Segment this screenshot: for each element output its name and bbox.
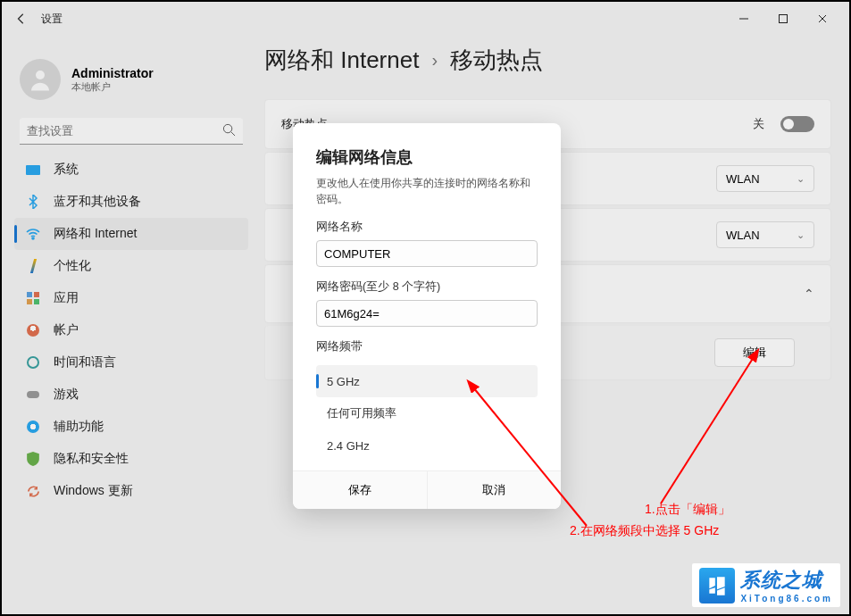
nav-accessibility[interactable]: 辅助功能 bbox=[14, 411, 248, 443]
svg-rect-1 bbox=[780, 15, 788, 23]
select-value: WLAN bbox=[726, 229, 760, 242]
svg-point-5 bbox=[32, 237, 34, 239]
wifi-icon bbox=[25, 226, 41, 242]
edit-button[interactable]: 编辑 bbox=[714, 338, 795, 367]
search-box[interactable] bbox=[20, 118, 243, 145]
user-name: Administrator bbox=[71, 66, 154, 80]
cancel-button[interactable]: 取消 bbox=[428, 471, 562, 509]
user-account-block[interactable]: Administrator 本地帐户 bbox=[14, 52, 248, 107]
nav-label: 系统 bbox=[54, 162, 79, 178]
card-label bbox=[281, 172, 285, 186]
network-name-input[interactable] bbox=[316, 240, 538, 267]
nav-bluetooth[interactable]: 蓝牙和其他设备 bbox=[14, 186, 248, 218]
nav-personalization[interactable]: 个性化 bbox=[14, 250, 248, 282]
bluetooth-icon bbox=[25, 194, 41, 210]
nav-label: 网络和 Internet bbox=[54, 226, 137, 242]
hotspot-toggle[interactable] bbox=[780, 116, 814, 132]
chevron-down-icon: ⌄ bbox=[797, 229, 805, 241]
breadcrumb: 网络和 Internet › 移动热点 bbox=[264, 45, 831, 76]
watermark-url: XiTong86.com bbox=[740, 594, 833, 604]
nav-label: 辅助功能 bbox=[54, 419, 104, 435]
dialog-title: 编辑网络信息 bbox=[293, 146, 561, 168]
search-icon bbox=[222, 123, 236, 140]
chevron-up-icon: ⌃ bbox=[804, 287, 814, 301]
share-from-select[interactable]: WLAN ⌄ bbox=[716, 165, 814, 192]
search-input[interactable] bbox=[20, 118, 243, 145]
accessibility-icon bbox=[25, 419, 41, 435]
annotation-step2: 2.在网络频段中选择 5 GHz bbox=[570, 523, 719, 539]
annotation-step1: 1.点击「编辑」 bbox=[645, 502, 730, 518]
user-sub: 本地帐户 bbox=[71, 80, 154, 94]
gamepad-icon bbox=[25, 387, 41, 403]
save-button[interactable]: 保存 bbox=[293, 471, 428, 509]
network-password-input[interactable] bbox=[316, 300, 538, 327]
watermark-logo: 系统之城 XiTong86.com bbox=[692, 563, 840, 607]
share-over-select[interactable]: WLAN ⌄ bbox=[716, 221, 814, 248]
nav-label: 帐户 bbox=[54, 322, 79, 338]
card-label bbox=[281, 287, 285, 301]
chevron-right-icon: › bbox=[431, 50, 438, 71]
band-option-24ghz[interactable]: 2.4 GHz bbox=[316, 429, 538, 462]
nav-label: Windows 更新 bbox=[54, 483, 133, 499]
minimize-button[interactable] bbox=[724, 4, 763, 33]
band-option-5ghz[interactable]: 5 GHz bbox=[316, 365, 538, 397]
window-title: 设置 bbox=[41, 12, 63, 27]
nav-label: 隐私和安全性 bbox=[54, 451, 129, 467]
svg-rect-6 bbox=[27, 391, 39, 398]
nav-label: 应用 bbox=[54, 290, 79, 306]
chevron-down-icon: ⌄ bbox=[797, 173, 805, 185]
breadcrumb-parent[interactable]: 网络和 Internet bbox=[264, 45, 419, 76]
card-label bbox=[281, 229, 285, 242]
nav-label: 游戏 bbox=[54, 387, 79, 403]
dialog-description: 更改他人在使用你共享的连接时的网络名称和密码。 bbox=[293, 168, 561, 207]
nav-label: 个性化 bbox=[54, 258, 91, 274]
svg-line-4 bbox=[231, 132, 235, 136]
select-value: WLAN bbox=[726, 172, 760, 186]
nav-list: 系统 蓝牙和其他设备 网络和 Internet 个性化 应用 帐户 时间和语言 … bbox=[14, 154, 248, 507]
network-band-label: 网络频带 bbox=[316, 339, 538, 354]
svg-point-2 bbox=[36, 71, 45, 79]
person-icon bbox=[25, 322, 41, 338]
nav-privacy[interactable]: 隐私和安全性 bbox=[14, 443, 248, 475]
network-name-label: 网络名称 bbox=[316, 220, 538, 235]
band-option-any[interactable]: 任何可用频率 bbox=[316, 397, 538, 429]
nav-windows-update[interactable]: Windows 更新 bbox=[14, 475, 248, 507]
nav-network[interactable]: 网络和 Internet bbox=[14, 218, 248, 250]
apps-icon bbox=[25, 290, 41, 306]
maximize-button[interactable] bbox=[763, 4, 803, 33]
brush-icon bbox=[25, 258, 41, 274]
nav-gaming[interactable]: 游戏 bbox=[14, 379, 248, 411]
svg-point-3 bbox=[223, 124, 231, 132]
nav-system[interactable]: 系统 bbox=[14, 154, 248, 186]
nav-accounts[interactable]: 帐户 bbox=[14, 314, 248, 346]
close-button[interactable] bbox=[803, 4, 842, 33]
nav-label: 蓝牙和其他设备 bbox=[54, 194, 141, 210]
nav-time-language[interactable]: 时间和语言 bbox=[14, 346, 248, 379]
band-options: 5 GHz 任何可用频率 2.4 GHz bbox=[293, 360, 561, 462]
watermark-icon bbox=[699, 568, 735, 604]
display-icon bbox=[25, 162, 41, 178]
update-icon bbox=[25, 483, 41, 499]
avatar-icon bbox=[20, 59, 61, 100]
watermark-title: 系统之城 bbox=[740, 567, 833, 594]
breadcrumb-current: 移动热点 bbox=[450, 45, 543, 76]
network-password-label: 网络密码(至少 8 个字符) bbox=[316, 279, 538, 295]
nav-apps[interactable]: 应用 bbox=[14, 282, 248, 314]
nav-label: 时间和语言 bbox=[54, 354, 116, 370]
toggle-state-label: 关 bbox=[753, 116, 764, 132]
clock-globe-icon bbox=[25, 354, 41, 370]
edit-network-dialog: 编辑网络信息 更改他人在使用你共享的连接时的网络名称和密码。 网络名称 网络密码… bbox=[293, 123, 561, 509]
shield-icon bbox=[25, 451, 41, 467]
back-button[interactable] bbox=[9, 6, 34, 31]
title-bar: 设置 bbox=[2, 2, 849, 36]
